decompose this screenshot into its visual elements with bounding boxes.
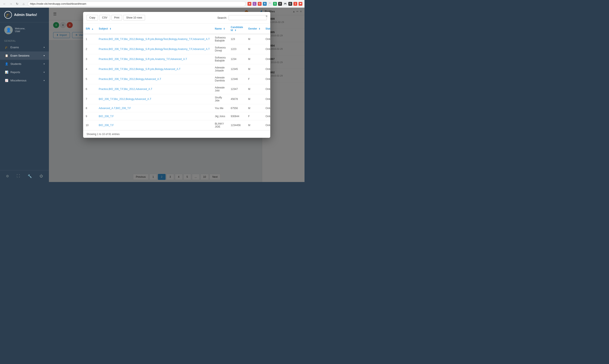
url-bar[interactable]: https://node-cbt.herokuapp.com/dashboard…	[28, 1, 246, 6]
ext-icon-4[interactable]: N	[263, 2, 267, 6]
cell-name: Jkjj Jolos	[212, 112, 228, 120]
sidebar-item-label: Miscellenous	[10, 79, 26, 82]
power-icon[interactable]: ⏻	[39, 174, 43, 178]
ext-icon-6[interactable]: S	[273, 2, 277, 6]
copy-button[interactable]: Copy	[87, 15, 98, 20]
subject-link[interactable]: BIO_206_T.F,Bio_2012,Biology,Advanced_A.…	[99, 98, 151, 101]
col-candidate-id[interactable]: CandidateId ⇕	[228, 24, 246, 34]
cell-subject: Practice,BIO_206_T.F,Bio_2012,Biology_S.…	[96, 44, 212, 54]
sort-arrow-icon: ⇕	[259, 28, 260, 30]
cell-name: Sofowora Babajide	[212, 54, 228, 64]
sidebar-item-reports[interactable]: 📊 Reports ▾	[0, 68, 49, 76]
cell-gender: F	[246, 74, 263, 84]
ext-icon-2[interactable]: L	[253, 2, 257, 6]
sort-arrow-icon: ⇕	[223, 28, 225, 30]
subject-link[interactable]: Practice,BIO_206_T.F,Bio_2012,Biology,Ad…	[99, 78, 161, 81]
csv-button[interactable]: CSV	[99, 15, 110, 20]
col-status[interactable]: Status ⇕	[263, 24, 270, 34]
cell-sn: 5	[83, 74, 96, 84]
cell-candidate-id: 45678	[228, 94, 246, 104]
cell-status: Online	[263, 34, 270, 44]
home-button[interactable]: ⌂	[21, 1, 26, 6]
col-subject[interactable]: Subject ⇕	[96, 24, 212, 34]
sidebar-item-miscellenous[interactable]: 📈 Miscellenous ▾	[0, 76, 49, 85]
cell-candidate-id: 1223	[228, 44, 246, 54]
cell-sn: 10	[83, 120, 96, 130]
cell-gender: F	[246, 112, 263, 120]
cell-name: You Me	[212, 104, 228, 112]
cell-gender: M	[246, 120, 263, 130]
modal-overlay: × Copy CSV Print Show 10 rows Search:	[49, 8, 305, 182]
ext-icon-1[interactable]: ★	[247, 2, 251, 6]
sidebar-item-label: Reports	[10, 71, 20, 74]
search-input[interactable]	[229, 15, 267, 20]
entries-text: Showing 1 to 10 of 91 entries	[87, 133, 119, 136]
cell-candidate-id: 1234456	[228, 120, 246, 130]
sort-arrow-icon: ⇕	[109, 28, 111, 30]
cell-subject: Advanced_A.T,BIO_206_T.F	[96, 104, 212, 112]
cell-name: Shoffy Jide	[212, 94, 228, 104]
table-row: 3 Practice,BIO_206_T.F,Bio_2012,Biology_…	[83, 54, 270, 64]
cell-subject: Practice,BIO_206_T.F,Bio_2012,Biology_S.…	[96, 54, 212, 64]
sidebar-item-exams[interactable]: 🎓 Exams ▾	[0, 43, 49, 52]
cell-name: Adewale Jobi	[212, 84, 228, 94]
cell-subject: Practice,BIO_206_T.F,Bio_2012,Biology_S.…	[96, 34, 212, 44]
cell-status: Online	[263, 94, 270, 104]
subject-link[interactable]: Advanced_A.T,BIO_206_T.F	[99, 107, 131, 110]
chevron-down-icon: ▾	[44, 46, 45, 49]
table-header: S/N ▲ Subject ⇕ Name ⇕ CandidateId ⇕ Gen…	[83, 24, 270, 34]
settings-icon[interactable]: ⚙	[6, 174, 9, 178]
subject-link[interactable]: BIO_206_T.F	[99, 115, 114, 118]
cell-sn: 7	[83, 94, 96, 104]
table-row: 2 Practice,BIO_206_T.F,Bio_2012,Biology_…	[83, 44, 270, 54]
subject-link[interactable]: Practice,BIO_206_T.F,Bio_2012,Biology_S.…	[99, 58, 187, 61]
code-icon[interactable]: 🔧	[28, 174, 32, 178]
subject-link[interactable]: Practice,BIO_206_T.F,Bio_2012,Advanced_A…	[99, 88, 152, 91]
cell-name: Adewale Damilola	[212, 74, 228, 84]
data-table: S/N ▲ Subject ⇕ Name ⇕ CandidateId ⇕ Gen…	[83, 24, 270, 130]
expand-icon[interactable]: ⛶	[17, 174, 20, 178]
avatar: 👤	[4, 26, 13, 34]
col-name[interactable]: Name ⇕	[212, 24, 228, 34]
sidebar-bottom: ⚙ ⛶ 🔧 ⏻	[0, 170, 49, 182]
logo-text: Admin Starks!	[14, 13, 37, 17]
col-sn[interactable]: S/N ▲	[83, 24, 96, 34]
modal-toolbar: Copy CSV Print Show 10 rows Search:	[83, 12, 270, 24]
modal-close-button[interactable]: ×	[265, 14, 268, 18]
sidebar-item-exam-sessions[interactable]: 📋 Exam Sessions ▾	[0, 52, 49, 60]
ext-icon-11[interactable]: ❤	[298, 2, 302, 6]
ext-icon-8[interactable]: 🎮	[283, 2, 287, 6]
cell-gender: M	[246, 104, 263, 112]
cell-status: Online	[263, 84, 270, 94]
cell-status: Online	[263, 104, 270, 112]
print-button[interactable]: Print	[111, 15, 122, 20]
cell-gender: M	[246, 64, 263, 74]
col-gender[interactable]: Gender ⇕	[246, 24, 263, 34]
modal: × Copy CSV Print Show 10 rows Search:	[83, 12, 270, 138]
ext-icon-5[interactable]: 📩	[268, 2, 272, 6]
ext-icon-9[interactable]: G	[288, 2, 292, 6]
subject-link[interactable]: BIO_206_T.F	[99, 124, 114, 127]
subject-link[interactable]: Practice,BIO_206_T.F,Bio_2012,Biology_S.…	[99, 68, 181, 71]
ext-icon-7[interactable]: X	[278, 2, 282, 6]
cell-gender: M	[246, 84, 263, 94]
cell-status: Online	[263, 112, 270, 120]
app-container: 🎓 Admin Starks! 👤 Welcome, User GENERAL …	[0, 8, 305, 182]
forward-button[interactable]: →	[9, 1, 13, 6]
reload-button[interactable]: ↻	[15, 1, 20, 6]
table-row: 9 BIO_206_T.F Jkjj Jolos 930844 F Online…	[83, 112, 270, 120]
ext-icon-10[interactable]: 1	[293, 2, 297, 6]
show-rows-button[interactable]: Show 10 rows	[123, 15, 145, 20]
ext-icon-3[interactable]: G	[258, 2, 261, 6]
chevron-down-icon: ▾	[44, 63, 45, 65]
user-info: Welcome, User	[15, 27, 25, 33]
table-row: 5 Practice,BIO_206_T.F,Bio_2012,Biology,…	[83, 74, 270, 84]
cell-gender: M	[246, 34, 263, 44]
subject-link[interactable]: Practice,BIO_206_T.F,Bio_2012,Biology_S.…	[99, 48, 210, 51]
back-button[interactable]: ←	[2, 1, 7, 6]
cell-subject: Practice,BIO_206_T.F,Bio_2012,Advanced_A…	[96, 84, 212, 94]
subject-link[interactable]: Practice,BIO_206_T.F,Bio_2012,Biology_S.…	[99, 38, 210, 41]
browser-bar: ← → ↻ ⌂ https://node-cbt.herokuapp.com/d…	[0, 0, 305, 8]
sidebar-item-students[interactable]: 👤 Students ▾	[0, 60, 49, 68]
cell-status: Online	[263, 44, 270, 54]
